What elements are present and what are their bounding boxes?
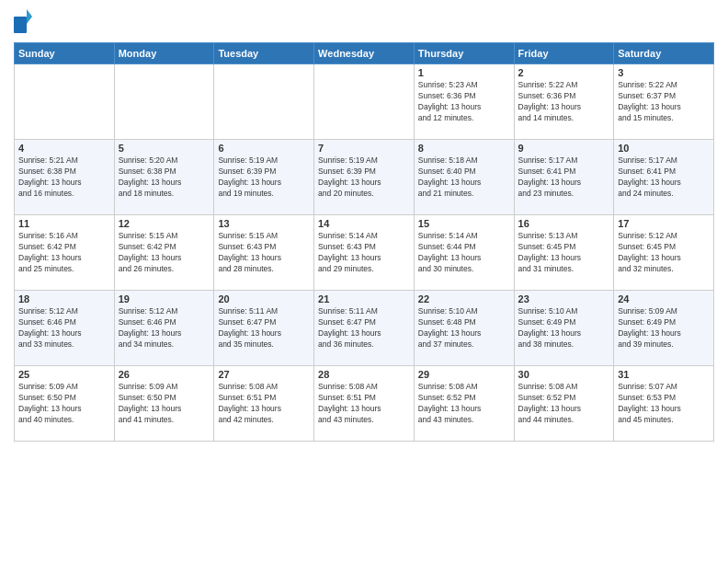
calendar-week-4: 18Sunrise: 5:12 AM Sunset: 6:46 PM Dayli… (15, 291, 714, 366)
day-info: Sunrise: 5:18 AM Sunset: 6:40 PM Dayligh… (418, 155, 510, 200)
day-number: 19 (119, 293, 210, 304)
day-number: 7 (318, 143, 410, 154)
calendar-cell (314, 64, 415, 140)
calendar-header-row: SundayMondayTuesdayWednesdayThursdayFrid… (15, 43, 714, 64)
calendar-cell (15, 64, 115, 140)
day-info: Sunrise: 5:11 AM Sunset: 6:47 PM Dayligh… (318, 306, 410, 350)
day-number: 24 (618, 293, 710, 304)
day-info: Sunrise: 5:16 AM Sunset: 6:42 PM Dayligh… (18, 231, 110, 275)
svg-marker-1 (27, 9, 32, 24)
calendar-cell: 23Sunrise: 5:10 AM Sunset: 6:49 PM Dayli… (514, 291, 614, 366)
day-number: 2 (518, 67, 610, 78)
calendar-cell: 19Sunrise: 5:12 AM Sunset: 6:46 PM Dayli… (114, 291, 214, 366)
calendar-cell: 16Sunrise: 5:13 AM Sunset: 6:45 PM Dayli… (514, 215, 614, 291)
day-number: 6 (218, 143, 310, 154)
calendar-cell: 22Sunrise: 5:10 AM Sunset: 6:48 PM Dayli… (414, 291, 514, 366)
day-number: 29 (418, 369, 510, 380)
day-number: 5 (119, 143, 210, 154)
calendar-cell: 31Sunrise: 5:07 AM Sunset: 6:53 PM Dayli… (614, 366, 714, 442)
day-info: Sunrise: 5:15 AM Sunset: 6:42 PM Dayligh… (119, 231, 210, 275)
calendar-cell: 14Sunrise: 5:14 AM Sunset: 6:43 PM Dayli… (314, 215, 415, 291)
day-number: 17 (618, 218, 710, 229)
day-number: 26 (119, 369, 210, 380)
day-info: Sunrise: 5:10 AM Sunset: 6:48 PM Dayligh… (418, 306, 510, 350)
calendar-header-sunday: Sunday (15, 43, 115, 64)
calendar-week-3: 11Sunrise: 5:16 AM Sunset: 6:42 PM Dayli… (15, 215, 714, 291)
calendar-cell: 30Sunrise: 5:08 AM Sunset: 6:52 PM Dayli… (514, 366, 614, 442)
calendar-week-1: 1Sunrise: 5:23 AM Sunset: 6:36 PM Daylig… (15, 64, 714, 140)
calendar-header-friday: Friday (514, 43, 614, 64)
calendar-cell: 9Sunrise: 5:17 AM Sunset: 6:41 PM Daylig… (514, 140, 614, 215)
day-number: 4 (18, 143, 110, 154)
calendar-cell: 17Sunrise: 5:12 AM Sunset: 6:45 PM Dayli… (614, 215, 714, 291)
calendar-header-saturday: Saturday (614, 43, 714, 64)
day-info: Sunrise: 5:10 AM Sunset: 6:49 PM Dayligh… (518, 306, 610, 350)
day-info: Sunrise: 5:17 AM Sunset: 6:41 PM Dayligh… (518, 155, 610, 200)
day-info: Sunrise: 5:09 AM Sunset: 6:50 PM Dayligh… (18, 382, 110, 426)
calendar-week-5: 25Sunrise: 5:09 AM Sunset: 6:50 PM Dayli… (15, 366, 714, 442)
day-info: Sunrise: 5:13 AM Sunset: 6:45 PM Dayligh… (518, 231, 610, 275)
calendar-page: SundayMondayTuesdayWednesdayThursdayFrid… (0, 0, 728, 563)
logo (14, 9, 36, 35)
day-info: Sunrise: 5:14 AM Sunset: 6:44 PM Dayligh… (418, 231, 510, 275)
day-number: 13 (218, 218, 310, 229)
calendar-cell: 24Sunrise: 5:09 AM Sunset: 6:49 PM Dayli… (614, 291, 714, 366)
calendar-cell: 25Sunrise: 5:09 AM Sunset: 6:50 PM Dayli… (15, 366, 115, 442)
day-number: 23 (518, 293, 610, 304)
calendar-header-wednesday: Wednesday (314, 43, 415, 64)
day-number: 22 (418, 293, 510, 304)
day-number: 8 (418, 143, 510, 154)
day-number: 27 (218, 369, 310, 380)
day-info: Sunrise: 5:09 AM Sunset: 6:49 PM Dayligh… (618, 306, 710, 350)
day-info: Sunrise: 5:23 AM Sunset: 6:36 PM Dayligh… (418, 80, 510, 124)
calendar-table: SundayMondayTuesdayWednesdayThursdayFrid… (14, 42, 714, 442)
day-number: 9 (518, 143, 610, 154)
day-number: 1 (418, 67, 510, 78)
day-info: Sunrise: 5:12 AM Sunset: 6:46 PM Dayligh… (18, 306, 110, 350)
day-info: Sunrise: 5:22 AM Sunset: 6:37 PM Dayligh… (618, 80, 710, 124)
calendar-cell (214, 64, 314, 140)
day-number: 18 (18, 293, 110, 304)
calendar-header-thursday: Thursday (414, 43, 514, 64)
day-info: Sunrise: 5:14 AM Sunset: 6:43 PM Dayligh… (318, 231, 410, 275)
calendar-cell: 12Sunrise: 5:15 AM Sunset: 6:42 PM Dayli… (114, 215, 214, 291)
calendar-cell: 15Sunrise: 5:14 AM Sunset: 6:44 PM Dayli… (414, 215, 514, 291)
day-number: 14 (318, 218, 410, 229)
calendar-cell: 28Sunrise: 5:08 AM Sunset: 6:51 PM Dayli… (314, 366, 415, 442)
day-info: Sunrise: 5:20 AM Sunset: 6:38 PM Dayligh… (119, 155, 210, 200)
day-info: Sunrise: 5:19 AM Sunset: 6:39 PM Dayligh… (218, 155, 310, 200)
calendar-cell: 7Sunrise: 5:19 AM Sunset: 6:39 PM Daylig… (314, 140, 415, 215)
calendar-cell: 11Sunrise: 5:16 AM Sunset: 6:42 PM Dayli… (15, 215, 115, 291)
calendar-week-2: 4Sunrise: 5:21 AM Sunset: 6:38 PM Daylig… (15, 140, 714, 215)
day-info: Sunrise: 5:21 AM Sunset: 6:38 PM Dayligh… (18, 155, 110, 200)
day-info: Sunrise: 5:15 AM Sunset: 6:43 PM Dayligh… (218, 231, 310, 275)
calendar-cell: 6Sunrise: 5:19 AM Sunset: 6:39 PM Daylig… (214, 140, 314, 215)
day-number: 15 (418, 218, 510, 229)
day-info: Sunrise: 5:19 AM Sunset: 6:39 PM Dayligh… (318, 155, 410, 200)
day-info: Sunrise: 5:17 AM Sunset: 6:41 PM Dayligh… (618, 155, 710, 200)
day-number: 21 (318, 293, 410, 304)
calendar-cell: 26Sunrise: 5:09 AM Sunset: 6:50 PM Dayli… (114, 366, 214, 442)
svg-rect-0 (14, 17, 27, 33)
calendar-cell: 1Sunrise: 5:23 AM Sunset: 6:36 PM Daylig… (414, 64, 514, 140)
calendar-header-monday: Monday (114, 43, 214, 64)
day-number: 10 (618, 143, 710, 154)
day-number: 30 (518, 369, 610, 380)
calendar-cell: 10Sunrise: 5:17 AM Sunset: 6:41 PM Dayli… (614, 140, 714, 215)
calendar-header-tuesday: Tuesday (214, 43, 314, 64)
day-info: Sunrise: 5:11 AM Sunset: 6:47 PM Dayligh… (218, 306, 310, 350)
day-number: 12 (119, 218, 210, 229)
day-info: Sunrise: 5:12 AM Sunset: 6:45 PM Dayligh… (618, 231, 710, 275)
day-info: Sunrise: 5:22 AM Sunset: 6:36 PM Dayligh… (518, 80, 610, 124)
day-info: Sunrise: 5:07 AM Sunset: 6:53 PM Dayligh… (618, 382, 710, 426)
calendar-cell: 20Sunrise: 5:11 AM Sunset: 6:47 PM Dayli… (214, 291, 314, 366)
day-number: 28 (318, 369, 410, 380)
header (14, 9, 714, 35)
day-info: Sunrise: 5:09 AM Sunset: 6:50 PM Dayligh… (119, 382, 210, 426)
day-info: Sunrise: 5:08 AM Sunset: 6:52 PM Dayligh… (418, 382, 510, 426)
day-number: 25 (18, 369, 110, 380)
day-info: Sunrise: 5:08 AM Sunset: 6:52 PM Dayligh… (518, 382, 610, 426)
calendar-cell: 8Sunrise: 5:18 AM Sunset: 6:40 PM Daylig… (414, 140, 514, 215)
day-number: 31 (618, 369, 710, 380)
calendar-cell (114, 64, 214, 140)
